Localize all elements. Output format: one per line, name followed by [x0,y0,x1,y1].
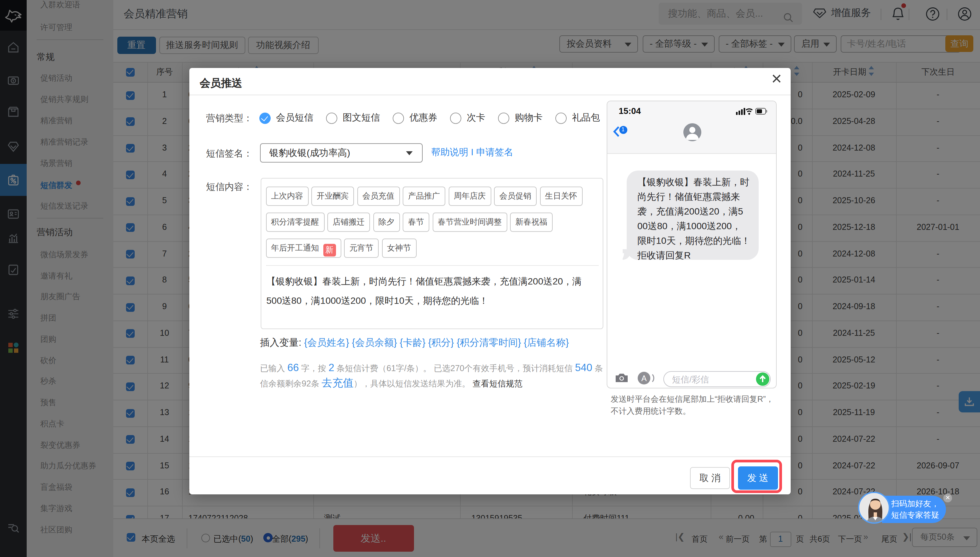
svg-text:A: A [641,373,647,383]
